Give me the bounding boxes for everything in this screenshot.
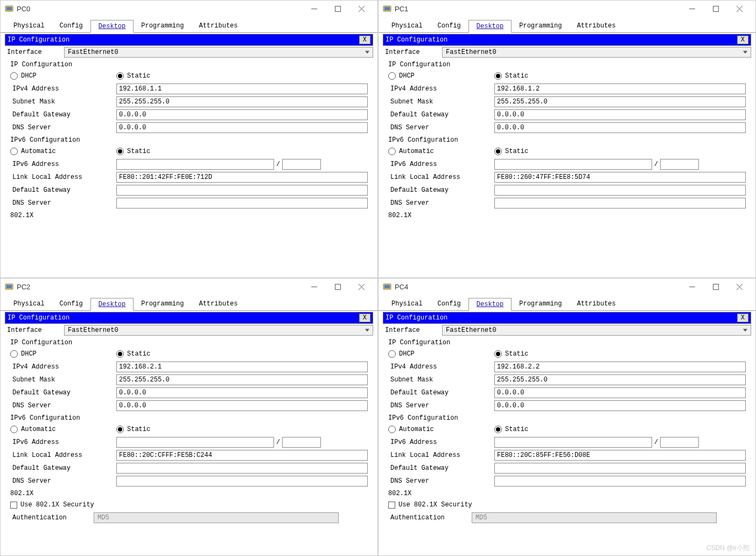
static-ipv6-radio[interactable]: Static — [494, 148, 600, 155]
ipv6-input[interactable] — [116, 437, 274, 448]
dns-input[interactable] — [494, 400, 746, 411]
gateway6-input[interactable] — [494, 185, 746, 196]
dns6-label: DNS Server — [10, 477, 116, 485]
link-local-input[interactable] — [116, 450, 368, 461]
use-8021x-checkbox[interactable] — [10, 502, 17, 509]
auth-select[interactable]: MD5 — [472, 512, 717, 523]
close-button[interactable] — [349, 1, 373, 16]
tab-physical[interactable]: Physical — [384, 298, 430, 310]
interface-select[interactable]: FastEthernet0 — [442, 47, 751, 58]
subnet-input[interactable] — [494, 96, 746, 107]
ipv6-input[interactable] — [494, 159, 652, 170]
automatic-radio[interactable]: Automatic — [388, 426, 494, 433]
static-radio[interactable]: Static — [116, 350, 222, 358]
tab-programming[interactable]: Programming — [134, 298, 191, 310]
subnet-input[interactable] — [116, 374, 368, 385]
minimize-button[interactable] — [302, 279, 326, 294]
tab-programming[interactable]: Programming — [512, 298, 569, 310]
dhcp-radio[interactable]: DHCP — [388, 72, 494, 80]
interface-select[interactable]: FastEthernet0 — [64, 47, 373, 58]
link-local-input[interactable] — [494, 172, 746, 183]
tab-attributes[interactable]: Attributes — [569, 298, 623, 310]
gateway-input[interactable] — [494, 387, 746, 398]
interface-select[interactable]: FastEthernet0 — [442, 325, 751, 336]
tab-programming[interactable]: Programming — [134, 20, 191, 32]
close-button[interactable] — [349, 279, 373, 294]
tab-physical[interactable]: Physical — [384, 20, 430, 32]
tab-config[interactable]: Config — [430, 20, 468, 32]
maximize-button[interactable] — [704, 279, 727, 294]
gateway-label: Default Gateway — [388, 111, 494, 119]
static-ipv6-radio[interactable]: Static — [494, 426, 600, 433]
dns6-input[interactable] — [494, 198, 746, 208]
tab-physical[interactable]: Physical — [6, 298, 52, 310]
tab-programming[interactable]: Programming — [512, 20, 569, 32]
dhcp-radio[interactable]: DHCP — [10, 350, 116, 358]
maximize-button[interactable] — [704, 1, 727, 16]
dns-input[interactable] — [116, 400, 368, 411]
panel-close-button[interactable]: X — [359, 314, 370, 322]
minimize-button[interactable] — [302, 1, 326, 16]
tab-desktop[interactable]: Desktop — [468, 20, 512, 33]
tab-config[interactable]: Config — [52, 20, 90, 32]
ipv6-prefix-input[interactable] — [282, 437, 321, 448]
subnet-input[interactable] — [116, 96, 368, 107]
gateway6-input[interactable] — [116, 185, 368, 196]
tab-physical[interactable]: Physical — [6, 20, 52, 32]
static-radio[interactable]: Static — [494, 350, 600, 358]
auth-select[interactable]: MD5 — [94, 512, 339, 523]
static-radio[interactable]: Static — [494, 72, 600, 80]
dhcp-radio[interactable]: DHCP — [388, 350, 494, 358]
panel-close-button[interactable]: X — [737, 36, 748, 44]
gateway-input[interactable] — [116, 109, 368, 120]
automatic-radio[interactable]: Automatic — [10, 148, 116, 155]
static-radio[interactable]: Static — [116, 72, 222, 80]
ipv4-input[interactable] — [116, 362, 368, 372]
maximize-button[interactable] — [326, 1, 349, 16]
automatic-radio[interactable]: Automatic — [388, 148, 494, 155]
ipv6-prefix-input[interactable] — [282, 159, 321, 170]
gateway-input[interactable] — [116, 387, 368, 398]
close-button[interactable] — [727, 279, 751, 294]
link-local-input[interactable] — [116, 172, 368, 183]
tab-attributes[interactable]: Attributes — [191, 20, 245, 32]
ipv4-label: IPv4 Address — [388, 363, 494, 371]
link-local-input[interactable] — [494, 450, 746, 461]
close-button[interactable] — [727, 1, 751, 16]
ipv6-input[interactable] — [494, 437, 652, 448]
dns-input[interactable] — [116, 122, 368, 133]
use-8021x-checkbox[interactable] — [388, 502, 395, 509]
ipv6-prefix-input[interactable] — [660, 437, 699, 448]
ipv4-input[interactable] — [494, 362, 746, 372]
gateway6-input[interactable] — [494, 463, 746, 474]
tab-attributes[interactable]: Attributes — [569, 20, 623, 32]
panel-close-button[interactable]: X — [359, 36, 370, 44]
ipv4-input[interactable] — [116, 84, 368, 94]
gateway6-input[interactable] — [116, 463, 368, 474]
tab-config[interactable]: Config — [52, 298, 90, 310]
ipv4-input[interactable] — [494, 84, 746, 94]
interface-select[interactable]: FastEthernet0 — [64, 325, 373, 336]
ipv6-input[interactable] — [116, 159, 274, 170]
dns6-input[interactable] — [494, 476, 746, 486]
maximize-button[interactable] — [326, 279, 349, 294]
ipv6-config-section: IPv6 Configuration — [388, 136, 751, 144]
ipv6-prefix-input[interactable] — [660, 159, 699, 170]
tab-config[interactable]: Config — [430, 298, 468, 310]
minimize-button[interactable] — [680, 279, 704, 294]
automatic-radio[interactable]: Automatic — [10, 426, 116, 433]
tab-desktop[interactable]: Desktop — [90, 20, 134, 33]
gateway-input[interactable] — [494, 109, 746, 120]
subnet-input[interactable] — [494, 374, 746, 385]
static-ipv6-radio[interactable]: Static — [116, 148, 222, 155]
dns6-input[interactable] — [116, 476, 368, 486]
tab-desktop[interactable]: Desktop — [90, 298, 134, 311]
minimize-button[interactable] — [680, 1, 704, 16]
panel-close-button[interactable]: X — [737, 314, 748, 322]
dns-input[interactable] — [494, 122, 746, 133]
dns6-input[interactable] — [116, 198, 368, 208]
tab-desktop[interactable]: Desktop — [468, 298, 512, 311]
static-ipv6-radio[interactable]: Static — [116, 426, 222, 433]
dhcp-radio[interactable]: DHCP — [10, 72, 116, 80]
tab-attributes[interactable]: Attributes — [191, 298, 245, 310]
